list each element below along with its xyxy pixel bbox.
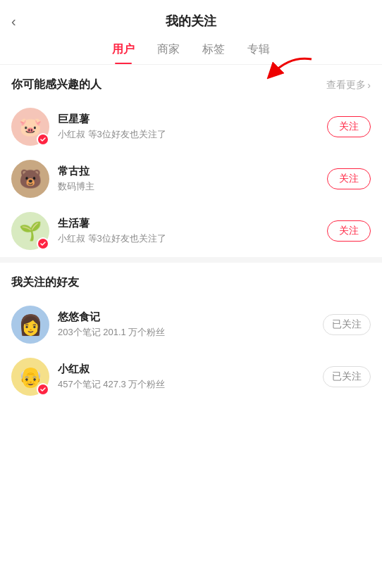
verified-badge [37, 237, 49, 250]
following-section: 我关注的好友 👩 悠悠食记 203个笔记 201.1 万个粉丝 已关注 👴 小红… [0, 263, 382, 403]
user-info: 巨星薯 小红叔 等3位好友也关注了 [58, 113, 319, 141]
user-name: 悠悠食记 [58, 311, 314, 324]
tab-merchants[interactable]: 商家 [157, 42, 180, 64]
followed-button[interactable]: 已关注 [323, 366, 371, 387]
chevron-right-icon: › [367, 80, 371, 91]
user-name: 生活薯 [58, 217, 319, 230]
page-title: 我的关注 [166, 13, 216, 30]
user-desc: 457个笔记 427.3 万个粉丝 [58, 378, 314, 391]
tab-tags[interactable]: 标签 [202, 42, 225, 64]
followed-button[interactable]: 已关注 [323, 314, 371, 335]
avatar: 👩 [11, 306, 49, 344]
following-user-row: 👴 小红叔 457个笔记 427.3 万个粉丝 已关注 [0, 351, 382, 403]
see-more-button[interactable]: 查看更多 › [326, 79, 371, 92]
user-info: 小红叔 457个笔记 427.3 万个粉丝 [58, 363, 314, 391]
follow-button[interactable]: 关注 [327, 116, 371, 137]
avatar-wrap: 🐻 [11, 160, 49, 198]
tab-albums[interactable]: 专辑 [247, 42, 270, 64]
user-desc: 203个笔记 201.1 万个粉丝 [58, 326, 314, 339]
avatar-wrap: 🌱 [11, 212, 49, 250]
avatar-wrap: 🐷 [11, 108, 49, 146]
user-info: 悠悠食记 203个笔记 201.1 万个粉丝 [58, 311, 314, 339]
recommended-user-row: 🌱 生活薯 小红叔 等3位好友也关注了 关注 [0, 205, 382, 257]
back-icon[interactable]: ‹ [11, 13, 16, 30]
header: ‹ 我的关注 [0, 0, 382, 37]
user-desc: 数码博主 [58, 180, 319, 193]
recommended-header: 你可能感兴趣的人 查看更多 › [0, 65, 382, 101]
user-info: 常古拉 数码博主 [58, 165, 319, 193]
verified-badge [37, 133, 49, 146]
see-more-label: 查看更多 [326, 79, 366, 92]
verified-badge [37, 383, 49, 396]
following-title: 我关注的好友 [11, 275, 79, 290]
tab-users[interactable]: 用户 [112, 42, 135, 64]
follow-button[interactable]: 关注 [327, 168, 371, 189]
user-desc: 小红叔 等3位好友也关注了 [58, 232, 319, 245]
user-name: 巨星薯 [58, 113, 319, 126]
recommended-user-row: 🐻 常古拉 数码博主 关注 [0, 153, 382, 205]
user-info: 生活薯 小红叔 等3位好友也关注了 [58, 217, 319, 245]
avatar: 🐻 [11, 160, 49, 198]
section-divider [0, 257, 382, 263]
tab-bar: 用户 商家 标签 专辑 [0, 37, 382, 65]
user-desc: 小红叔 等3位好友也关注了 [58, 128, 319, 141]
user-name: 常古拉 [58, 165, 319, 178]
recommended-user-row: 🐷 巨星薯 小红叔 等3位好友也关注了 关注 [0, 101, 382, 153]
following-user-row: 👩 悠悠食记 203个笔记 201.1 万个粉丝 已关注 [0, 299, 382, 351]
recommended-section: 你可能感兴趣的人 查看更多 › 🐷 巨星薯 小红叔 等 [0, 65, 382, 257]
avatar-wrap: 👴 [11, 358, 49, 396]
following-header: 我关注的好友 [0, 263, 382, 299]
avatar-wrap: 👩 [11, 306, 49, 344]
recommended-title: 你可能感兴趣的人 [11, 77, 101, 92]
follow-button[interactable]: 关注 [327, 220, 371, 242]
user-name: 小红叔 [58, 363, 314, 376]
